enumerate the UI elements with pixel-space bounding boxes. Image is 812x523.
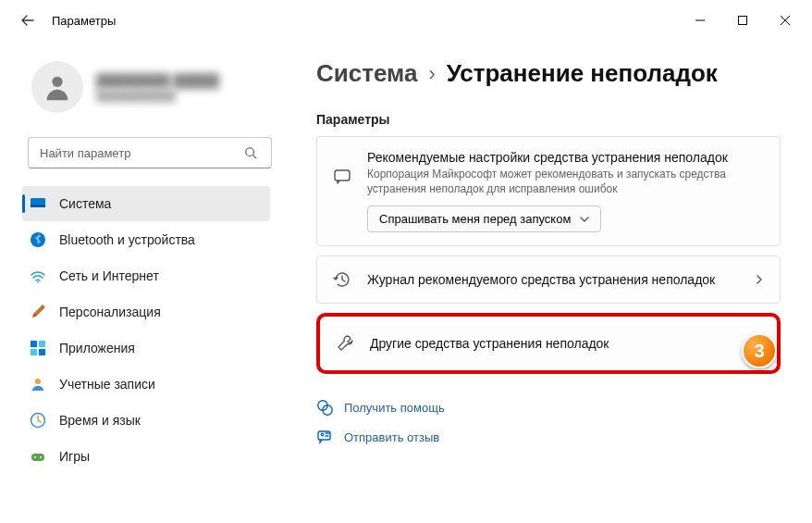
sidebar-item-label: Персонализация [59,305,161,319]
svg-rect-13 [31,454,44,461]
help-icon [316,399,333,416]
dropdown-label: Спрашивать меня перед запуском [379,212,571,226]
sidebar-item-personalization[interactable]: Персонализация [22,294,270,330]
person-icon [42,71,73,103]
annotation-badge: 3 [742,333,777,368]
search-wrap [28,137,287,168]
search-input[interactable] [28,137,272,168]
link-send-feedback[interactable]: Отправить отзыв [316,422,781,452]
wifi-icon [30,268,46,284]
sidebar-item-accounts[interactable]: Учетные записи [22,367,270,402]
apps-icon [30,340,46,356]
breadcrumb-parent[interactable]: Система [316,59,417,88]
card-title: Журнал рекомендуемого средства устранени… [367,272,739,287]
feedback-icon [316,429,333,445]
close-button[interactable] [764,6,806,35]
svg-rect-4 [31,205,45,207]
sidebar-item-label: Сеть и Интернет [59,268,159,283]
sidebar-item-label: Система [59,196,111,211]
svg-point-14 [34,456,36,458]
profile-block[interactable]: ████████ █████ ███████████ [28,50,287,131]
paintbrush-icon [30,304,46,320]
chevron-down-icon [580,215,589,224]
main-content: Система › Устранение неполадок Параметры… [296,41,812,523]
card-desc: Корпорация Майкрософт может рекомендоват… [367,167,765,196]
monitor-icon [30,195,46,212]
history-icon [332,269,352,290]
svg-point-1 [52,77,62,87]
link-text: Получить помощь [344,401,445,415]
account-icon [30,376,46,392]
avatar [31,61,83,113]
svg-rect-8 [39,341,45,347]
svg-rect-7 [31,341,37,347]
link-text: Отправить отзыв [344,430,439,444]
profile-name: ████████ █████ [96,73,219,88]
card-other-troubleshooters[interactable]: Другие средства устранения неполадок [316,313,781,374]
breadcrumb-current: Устранение неполадок [447,59,718,88]
message-icon [332,167,352,187]
troubleshoot-preference-dropdown[interactable]: Спрашивать меня перед запуском [367,205,601,232]
sidebar-item-network[interactable]: Сеть и Интернет [22,258,270,293]
sidebar-item-system[interactable]: Система [22,186,270,221]
search-icon [244,146,257,159]
sidebar-item-apps[interactable]: Приложения [22,330,270,366]
svg-point-6 [37,281,39,283]
nav: Система Bluetooth и устройства Сеть и Ин… [28,185,287,475]
svg-rect-10 [39,349,45,355]
sidebar: ████████ █████ ███████████ Система Bluet… [0,41,296,523]
title-bar: Параметры [0,0,812,41]
svg-rect-9 [31,349,37,355]
svg-point-20 [321,434,324,437]
card-troubleshoot-history[interactable]: Журнал рекомендуемого средства устранени… [316,255,781,304]
back-button[interactable] [15,7,41,33]
sidebar-item-label: Учетные записи [59,377,155,392]
card-title: Другие средства устранения неполадок [370,336,736,351]
chevron-right-icon [754,274,765,285]
help-links: Получить помощь Отправить отзыв [316,392,781,452]
bluetooth-icon [30,231,46,248]
svg-rect-0 [739,17,747,25]
svg-point-2 [246,148,254,156]
sidebar-item-label: Игры [59,449,90,464]
profile-email: ███████████ [96,90,219,101]
sidebar-item-gaming[interactable]: Игры [22,439,270,474]
breadcrumb: Система › Устранение неполадок [316,59,781,88]
card-title: Рекомендуемые настройки средства устране… [367,150,765,165]
sidebar-item-label: Время и язык [59,413,141,428]
section-label: Параметры [316,112,781,127]
clock-globe-icon [30,412,46,429]
gamepad-icon [30,448,46,465]
svg-point-11 [35,379,41,384]
back-arrow-icon [20,13,35,28]
sidebar-item-time-language[interactable]: Время и язык [22,403,270,438]
window-controls [679,6,806,35]
sidebar-item-bluetooth[interactable]: Bluetooth и устройства [22,222,270,257]
minimize-button[interactable] [679,6,721,35]
chevron-right-icon: › [428,62,435,86]
svg-point-15 [40,456,42,458]
wrench-icon [335,333,355,354]
sidebar-item-label: Bluetooth и устройства [59,232,195,247]
svg-rect-16 [335,170,350,181]
sidebar-item-label: Приложения [59,341,135,355]
card-recommended-settings: Рекомендуемые настройки средства устране… [316,136,781,246]
app-title: Параметры [52,14,116,28]
link-get-help[interactable]: Получить помощь [316,392,781,422]
maximize-button[interactable] [721,6,764,35]
